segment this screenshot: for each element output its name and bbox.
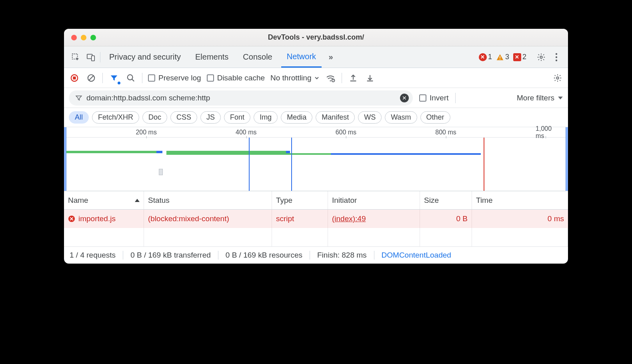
more-filters-label: More filters <box>517 94 554 102</box>
disable-cache-checkbox[interactable]: Disable cache <box>207 74 265 82</box>
resource-type-filters: AllFetch/XHRDocCSSJSFontImgMediaManifest… <box>64 108 568 127</box>
svg-rect-10 <box>73 76 76 79</box>
window-controls <box>64 35 96 40</box>
throttling-value: No throttling <box>270 74 311 82</box>
ruler-tick: 1,000 ms <box>536 127 556 138</box>
status-indicators: ✕ 1 3 ✕ 2 <box>479 53 526 61</box>
cell-initiator: (index):49 <box>328 210 420 228</box>
search-icon[interactable] <box>125 72 136 84</box>
col-size[interactable]: Size <box>420 191 472 209</box>
type-pill-img[interactable]: Img <box>254 111 278 124</box>
col-status[interactable]: Status <box>144 191 272 209</box>
overview-handle-left[interactable] <box>64 127 66 191</box>
col-name[interactable]: Name <box>64 191 144 209</box>
panel-tabstrip: Privacy and security Elements Console Ne… <box>64 46 568 68</box>
col-type[interactable]: Type <box>272 191 328 209</box>
initiator-link[interactable]: (index):49 <box>332 214 366 223</box>
tab-network[interactable]: Network <box>281 46 322 68</box>
cell-time: 0 ms <box>472 210 568 228</box>
svg-point-5 <box>540 56 542 58</box>
svg-point-15 <box>330 80 331 81</box>
zoom-window-button[interactable] <box>90 35 96 40</box>
minimize-window-button[interactable] <box>81 35 86 40</box>
type-pill-ws[interactable]: WS <box>358 111 382 124</box>
more-filters-dropdown[interactable]: More filters <box>517 94 563 102</box>
tab-privacy-security[interactable]: Privacy and security <box>104 46 186 68</box>
error-icon: ✕ <box>479 53 487 61</box>
table-row-empty <box>64 228 568 246</box>
overview-handle-right[interactable] <box>566 127 568 191</box>
blocked-icon <box>68 215 75 222</box>
svg-line-12 <box>89 75 94 80</box>
finish-line <box>484 138 484 191</box>
cell-type: script <box>272 210 328 228</box>
type-pill-js[interactable]: JS <box>200 111 221 124</box>
summary-requests: 1 / 4 requests <box>70 251 116 260</box>
dcl-line <box>249 138 250 191</box>
col-initiator[interactable]: Initiator <box>328 191 420 209</box>
ruler-tick: 200 ms <box>136 127 156 138</box>
overview-ruler: 200 ms400 ms600 ms800 ms1,000 ms <box>66 127 566 138</box>
warnings-indicator[interactable]: 3 <box>496 53 509 61</box>
network-conditions-icon[interactable] <box>325 72 336 84</box>
sort-asc-icon <box>135 199 140 202</box>
svg-point-7 <box>556 56 557 58</box>
type-pill-manifest[interactable]: Manifest <box>316 111 355 124</box>
col-time[interactable]: Time <box>472 191 568 209</box>
type-pill-other[interactable]: Other <box>420 111 450 124</box>
type-pill-media[interactable]: Media <box>281 111 312 124</box>
clear-filter-icon[interactable]: ✕ <box>400 94 409 102</box>
record-button[interactable] <box>69 72 80 84</box>
kebab-menu-icon[interactable] <box>550 51 562 63</box>
timeline-overview[interactable]: 200 ms400 ms600 ms800 ms1,000 ms <box>64 127 568 191</box>
import-har-icon[interactable] <box>364 72 376 84</box>
type-pill-all[interactable]: All <box>69 111 89 124</box>
svg-rect-4 <box>500 59 500 60</box>
overview-bars <box>66 150 566 154</box>
svg-point-8 <box>556 59 557 61</box>
type-pill-css[interactable]: CSS <box>170 111 197 124</box>
overview-marker <box>159 169 163 175</box>
svg-line-14 <box>132 79 134 81</box>
network-settings-icon[interactable] <box>552 72 563 84</box>
filter-query-text: domain:http.badssl.com scheme:http <box>86 94 210 102</box>
request-table: Name Status Type Initiator Size Time imp… <box>64 191 568 247</box>
clear-button[interactable] <box>86 72 97 84</box>
invert-checkbox[interactable]: Invert <box>419 94 449 102</box>
more-tabs-icon[interactable]: » <box>325 51 337 63</box>
table-row[interactable]: imported.js (blocked:mixed-content) scri… <box>64 210 568 228</box>
throttling-select[interactable]: No throttling <box>270 74 319 82</box>
table-header: Name Status Type Initiator Size Time <box>64 191 568 210</box>
inspect-element-icon[interactable] <box>70 51 82 63</box>
summary-resources: 0 B / 169 kB resources <box>226 251 302 260</box>
svg-point-17 <box>556 77 559 79</box>
close-window-button[interactable] <box>71 35 77 40</box>
window-title: DevTools - very.badssl.com/ <box>64 33 568 42</box>
cell-size: 0 B <box>420 210 472 228</box>
type-pill-fetch-xhr[interactable]: Fetch/XHR <box>92 111 139 124</box>
issues-icon: ✕ <box>513 53 521 61</box>
issues-count: 2 <box>522 53 526 61</box>
svg-point-13 <box>128 74 133 80</box>
issues-indicator[interactable]: ✕ 2 <box>513 53 526 61</box>
type-pill-doc[interactable]: Doc <box>142 111 167 124</box>
settings-icon[interactable] <box>535 51 547 63</box>
preserve-log-label: Preserve log <box>158 74 201 82</box>
filter-input[interactable]: domain:http.badssl.com scheme:http ✕ <box>69 90 413 106</box>
filter-toggle-icon[interactable] <box>108 72 120 84</box>
summary-transferred: 0 B / 169 kB transferred <box>130 251 211 260</box>
export-har-icon[interactable] <box>348 72 359 84</box>
invert-label: Invert <box>430 94 449 102</box>
svg-point-6 <box>556 53 557 54</box>
type-pill-wasm[interactable]: Wasm <box>385 111 417 124</box>
tab-elements[interactable]: Elements <box>190 46 234 68</box>
summary-dcl[interactable]: DOMContentLoaded <box>382 251 451 260</box>
summary-finish: Finish: 828 ms <box>317 251 367 260</box>
summary-footer: 1 / 4 requests 0 B / 169 kB transferred … <box>64 247 568 264</box>
tab-console[interactable]: Console <box>237 46 278 68</box>
type-pill-font[interactable]: Font <box>224 111 250 124</box>
errors-indicator[interactable]: ✕ 1 <box>479 53 492 61</box>
filter-funnel-icon <box>75 94 82 102</box>
preserve-log-checkbox[interactable]: Preserve log <box>148 74 201 82</box>
device-toolbar-icon[interactable] <box>85 51 97 63</box>
